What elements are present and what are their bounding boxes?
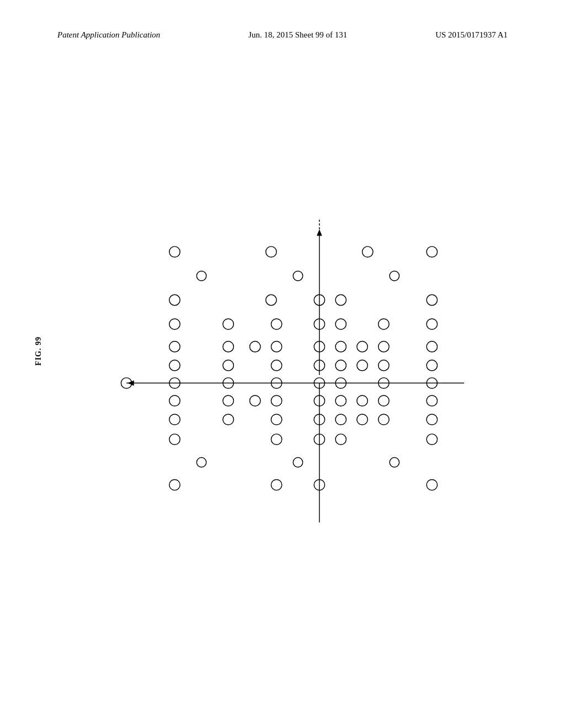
diagram-svg [110, 182, 486, 568]
svg-point-9 [427, 247, 437, 257]
svg-point-59 [223, 414, 233, 425]
svg-point-16 [335, 295, 346, 305]
svg-point-56 [379, 395, 389, 406]
svg-point-73 [390, 458, 399, 467]
svg-point-62 [335, 414, 346, 425]
svg-point-27 [250, 341, 260, 352]
svg-point-35 [223, 360, 233, 371]
svg-point-13 [169, 295, 180, 305]
publication-title: Patent Application Publication [57, 30, 160, 40]
svg-point-22 [335, 319, 346, 329]
publication-date-sheet: Jun. 18, 2015 Sheet 99 of 131 [248, 30, 347, 40]
svg-point-28 [271, 341, 281, 352]
svg-point-50 [223, 395, 233, 406]
svg-point-51 [250, 395, 260, 406]
svg-point-74 [169, 479, 180, 490]
svg-point-20 [271, 319, 281, 329]
svg-point-38 [335, 360, 346, 371]
svg-point-55 [357, 395, 367, 406]
svg-point-8 [363, 247, 373, 257]
svg-point-36 [271, 360, 281, 371]
svg-marker-2 [317, 229, 322, 236]
svg-point-49 [169, 395, 180, 406]
svg-point-18 [169, 319, 180, 329]
svg-point-7 [266, 247, 276, 257]
svg-point-14 [266, 295, 276, 305]
svg-point-77 [427, 479, 437, 490]
svg-point-25 [169, 341, 180, 352]
svg-point-6 [169, 247, 180, 257]
svg-point-63 [357, 414, 367, 425]
svg-point-10 [196, 271, 206, 281]
svg-point-17 [427, 295, 437, 305]
svg-point-69 [335, 434, 346, 445]
svg-point-64 [379, 414, 389, 425]
svg-point-32 [379, 341, 389, 352]
svg-point-26 [223, 341, 233, 352]
diagram-container [110, 182, 486, 568]
svg-point-11 [293, 271, 302, 281]
page-header: Patent Application Publication Jun. 18, … [0, 30, 565, 40]
svg-point-31 [357, 341, 367, 352]
svg-point-34 [169, 360, 180, 371]
svg-point-41 [427, 360, 437, 371]
svg-marker-5 [127, 381, 134, 386]
svg-point-19 [223, 319, 233, 329]
svg-point-65 [427, 414, 437, 425]
figure-label: FIG. 99 [34, 336, 43, 366]
svg-point-67 [271, 434, 281, 445]
svg-point-23 [379, 319, 389, 329]
svg-point-54 [335, 395, 346, 406]
svg-point-30 [335, 341, 346, 352]
svg-point-40 [379, 360, 389, 371]
svg-point-58 [169, 414, 180, 425]
svg-point-60 [271, 414, 281, 425]
svg-point-57 [427, 395, 437, 406]
svg-point-72 [293, 458, 302, 467]
svg-point-75 [271, 479, 281, 490]
svg-point-52 [271, 395, 281, 406]
svg-point-71 [196, 458, 206, 467]
svg-point-24 [427, 319, 437, 329]
svg-point-12 [390, 271, 399, 281]
svg-point-70 [427, 434, 437, 445]
svg-point-66 [169, 434, 180, 445]
svg-point-39 [357, 360, 367, 371]
publication-number: US 2015/0171937 A1 [435, 30, 508, 40]
svg-point-33 [427, 341, 437, 352]
